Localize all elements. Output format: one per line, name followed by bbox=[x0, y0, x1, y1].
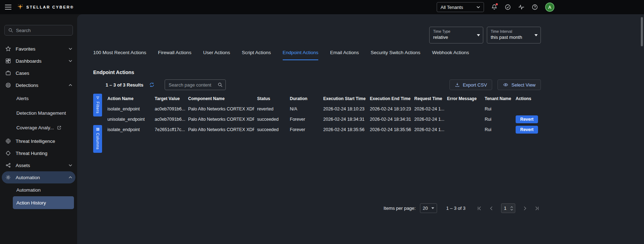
sidebar-item-detections[interactable]: Detections bbox=[0, 79, 77, 91]
detections-radar-icon bbox=[5, 82, 11, 88]
column-header[interactable]: Component Name bbox=[185, 96, 254, 101]
tab-email-actions[interactable]: Email Actions bbox=[330, 50, 359, 60]
cell-duration: N/A bbox=[287, 107, 320, 111]
column-header[interactable]: Tenant Name bbox=[482, 96, 513, 101]
tab-firewall-actions[interactable]: Firewall Actions bbox=[158, 50, 191, 60]
toolbar-actions: Export CSV Select View bbox=[449, 79, 541, 90]
cell-tenant-name: Rui bbox=[482, 127, 513, 132]
chevron-down-icon bbox=[477, 6, 480, 8]
actions-table: Action Name Target Value Component Name … bbox=[105, 94, 543, 135]
table-row[interactable]: isolate_endpoint 7e2651cff17c... Palo Al… bbox=[105, 124, 543, 135]
first-page-button[interactable] bbox=[475, 206, 483, 211]
cell-status: succeeded bbox=[254, 127, 287, 132]
menu-icon[interactable] bbox=[5, 5, 11, 10]
page-title: Endpoint Actions bbox=[93, 69, 541, 75]
tab-script-actions[interactable]: Script Actions bbox=[242, 50, 271, 60]
time-interval-select[interactable]: Time Interval this past month bbox=[487, 27, 541, 43]
chevron-up-icon bbox=[69, 176, 72, 178]
automation-gear-icon bbox=[5, 175, 11, 180]
sidebar-item-label: Detections bbox=[16, 83, 38, 88]
eye-icon bbox=[503, 82, 509, 87]
sidebar-item-label: Assets bbox=[16, 163, 30, 168]
page-number-field[interactable] bbox=[504, 206, 510, 211]
page-search[interactable] bbox=[165, 79, 226, 90]
tab-bar: 100 Most Recent Actions Firewall Actions… bbox=[93, 50, 541, 60]
cell-target-value: ac0eb7091b6... bbox=[152, 107, 185, 111]
filters-panel-button[interactable]: Filters bbox=[93, 94, 102, 116]
search-icon bbox=[8, 28, 13, 33]
tab-security-switch-actions[interactable]: Security Switch Actions bbox=[371, 50, 420, 60]
sidebar-item-threat-hunting[interactable]: Threat Hunting bbox=[0, 147, 77, 159]
cell-target-value: 7e2651cff17c... bbox=[152, 127, 185, 132]
time-type-value: relative bbox=[433, 35, 475, 40]
page-stepper[interactable] bbox=[510, 206, 513, 211]
refresh-icon[interactable] bbox=[149, 82, 155, 88]
column-header[interactable]: Error Message bbox=[444, 96, 482, 101]
table-row[interactable]: unisolate_endpoint ac0eb7091b6... Palo A… bbox=[105, 114, 543, 124]
logo-text: STELLAR CYBER® bbox=[26, 5, 74, 9]
column-header[interactable]: Request Time bbox=[411, 96, 444, 101]
sidebar-search[interactable] bbox=[4, 25, 73, 36]
sidebar-item-action-history[interactable]: Action History bbox=[13, 196, 74, 209]
column-header[interactable]: Execution End Time bbox=[367, 96, 411, 101]
notifications-bell-icon[interactable] bbox=[491, 4, 497, 10]
time-type-select[interactable]: Time Type relative bbox=[429, 27, 483, 43]
column-header[interactable]: Status bbox=[254, 96, 287, 101]
sidebar-item-label: Automation bbox=[16, 187, 41, 193]
column-header[interactable]: Execution Start Time bbox=[320, 96, 367, 101]
sidebar-item-assets[interactable]: Assets bbox=[0, 159, 77, 171]
scrollbar-thumb[interactable] bbox=[641, 17, 643, 46]
revert-button[interactable]: Revert bbox=[516, 115, 538, 123]
column-header[interactable]: Target Value bbox=[152, 96, 185, 101]
sidebar: Favorites Dashboards Cases Detections Al… bbox=[0, 14, 77, 244]
select-view-button[interactable]: Select View bbox=[497, 79, 541, 90]
tenant-selector[interactable]: All Tenants bbox=[437, 2, 484, 12]
cell-actions: Revert bbox=[513, 126, 543, 134]
tab-100-most-recent-actions[interactable]: 100 Most Recent Actions bbox=[93, 50, 146, 60]
column-header[interactable]: Duration bbox=[287, 96, 320, 101]
time-filters: Time Type relative Time Interval this pa… bbox=[429, 27, 541, 43]
cell-actions: Revert bbox=[513, 115, 543, 123]
cell-status: succeeded bbox=[254, 117, 287, 122]
tab-user-actions[interactable]: User Actions bbox=[203, 50, 230, 60]
tab-endpoint-actions[interactable]: Endpoint Actions bbox=[283, 50, 319, 60]
sidebar-item-cases[interactable]: Cases bbox=[0, 67, 77, 79]
help-icon[interactable] bbox=[532, 4, 538, 10]
sidebar-item-alerts[interactable]: Alerts bbox=[0, 91, 77, 106]
sidebar-item-detection-management[interactable]: Detection Management bbox=[0, 106, 77, 120]
export-csv-button[interactable]: Export CSV bbox=[449, 79, 492, 90]
approvals-check-icon[interactable] bbox=[505, 4, 511, 10]
notification-badge bbox=[496, 3, 498, 5]
previous-page-button[interactable] bbox=[488, 206, 495, 211]
time-interval-value: this past month bbox=[491, 35, 533, 40]
sidebar-item-threat-intelligence[interactable]: Threat Intelligence bbox=[0, 135, 77, 147]
page-search-input[interactable] bbox=[169, 82, 215, 88]
avatar-initial: A bbox=[548, 5, 551, 10]
column-header[interactable]: Action Name bbox=[105, 96, 152, 101]
items-per-page-select[interactable]: 20 bbox=[420, 203, 437, 213]
cell-execution-end-time: 2026-02-24 18:10:23 bbox=[367, 107, 411, 111]
sidebar-item-automation-sub[interactable]: Automation bbox=[0, 183, 77, 196]
user-avatar[interactable]: A bbox=[545, 2, 554, 12]
sidebar-item-label: Threat Intelligence bbox=[16, 139, 55, 144]
time-type-label: Time Type bbox=[433, 29, 475, 33]
sidebar-search-input[interactable] bbox=[16, 28, 69, 33]
sidebar-item-favorites[interactable]: Favorites bbox=[0, 43, 77, 55]
columns-panel-button[interactable]: Columns bbox=[93, 125, 102, 153]
revert-button[interactable]: Revert bbox=[516, 126, 538, 134]
table-row[interactable]: isolate_endpoint ac0eb7091b6... Palo Alt… bbox=[105, 104, 543, 114]
system-activity-icon[interactable] bbox=[518, 4, 525, 10]
page-number-input[interactable] bbox=[501, 203, 515, 213]
top-bar: STELLAR CYBER® All Tenants A bbox=[0, 0, 644, 14]
cell-component-name: Palo Alto Networks CORTEX XDR bbox=[185, 107, 254, 111]
sidebar-item-coverage-analysis[interactable]: Coverage Analy... bbox=[0, 120, 77, 135]
column-header[interactable]: Actions bbox=[513, 96, 543, 101]
globe-icon bbox=[5, 138, 11, 144]
last-page-button[interactable] bbox=[533, 206, 541, 211]
caret-down-icon bbox=[431, 207, 434, 209]
sidebar-item-automation[interactable]: Automation bbox=[2, 171, 75, 183]
next-page-button[interactable] bbox=[521, 206, 529, 211]
funnel-icon bbox=[96, 96, 100, 100]
sidebar-item-dashboards[interactable]: Dashboards bbox=[0, 55, 77, 67]
tab-webhook-actions[interactable]: Webhook Actions bbox=[432, 50, 469, 60]
